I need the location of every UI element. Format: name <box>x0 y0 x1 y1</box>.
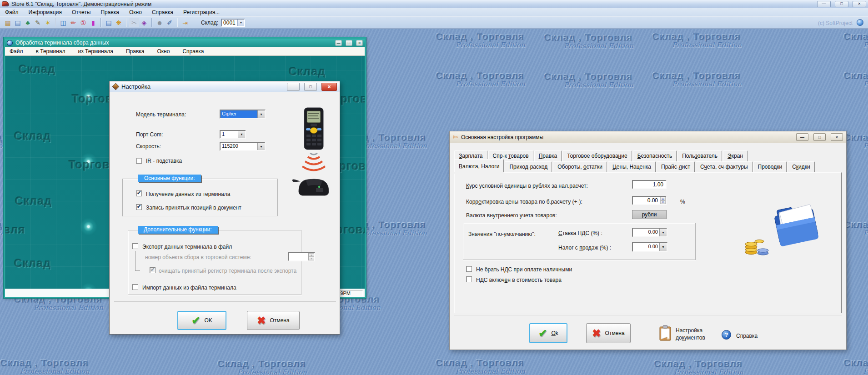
minimize-button[interactable]: — <box>817 1 831 7</box>
tab-edit[interactable]: Правка <box>534 150 562 161</box>
reference-icon[interactable]: ▦ <box>3 18 13 27</box>
tab-prices-markup[interactable]: Цены, Наценка <box>608 161 656 172</box>
spin-up-icon: ▲ <box>660 197 666 200</box>
minimize-button[interactable]: — <box>287 83 300 91</box>
help-icon[interactable]: ? <box>722 330 731 340</box>
terminal-model-select[interactable]: Cipher ▼ <box>220 110 266 119</box>
receive-data-checkbox[interactable] <box>136 190 142 196</box>
ok-button[interactable]: ✔ OK <box>177 311 226 330</box>
close-button[interactable]: × <box>321 83 337 91</box>
menu-information[interactable]: Информация <box>24 9 67 15</box>
menu-help[interactable]: Справка <box>178 48 209 55</box>
no-vat-cash-checkbox[interactable] <box>466 266 472 272</box>
menu-from-terminal[interactable]: из Терминала <box>73 48 118 55</box>
warehouse-label: Склад: <box>201 20 218 26</box>
maximize-button[interactable]: □ <box>835 1 848 7</box>
menu-window[interactable]: Окно <box>153 48 176 55</box>
chart-icon[interactable]: ✐ <box>165 18 175 27</box>
cancel-button[interactable]: ✖ Отмена <box>586 323 631 343</box>
maximize-button[interactable]: □ <box>304 83 317 91</box>
report-icon[interactable]: ▤ <box>104 18 114 27</box>
calendar-icon[interactable]: ① <box>78 18 88 27</box>
operations-icon[interactable]: ✎ <box>33 18 43 27</box>
report-new-icon[interactable]: ❋ <box>114 18 124 27</box>
tab-user[interactable]: Пользователь <box>677 150 722 161</box>
com-port-select[interactable]: 1 ▼ <box>220 130 246 139</box>
import-data-checkbox[interactable] <box>132 284 138 290</box>
tab-turnover-balances[interactable]: Обороты, остатки <box>553 161 607 172</box>
check-icon: ✔ <box>538 328 547 339</box>
chevron-down-icon[interactable]: ▼ <box>659 243 667 251</box>
clear-register-label: очищать принятый регистр терминала после… <box>159 268 296 274</box>
rate-input[interactable]: 1.00 <box>632 180 667 189</box>
close-button[interactable]: × <box>831 133 843 141</box>
vat-rate-select[interactable]: 0.00 ▼ <box>632 228 667 237</box>
tree-icon[interactable]: ♣ <box>23 18 33 27</box>
tab-currency-taxes[interactable]: Валюта, Налоги <box>454 159 504 172</box>
check-icon: ✔ <box>191 315 200 326</box>
menu-help[interactable]: Справка <box>147 9 178 15</box>
tab-discounts[interactable]: Скидки <box>788 161 815 172</box>
spinner-arrows[interactable]: ▲▼ <box>660 197 666 204</box>
watermark: Склад <box>14 257 51 270</box>
menu-edit[interactable]: Правка <box>121 48 150 55</box>
document-settings-button[interactable]: Настройкадокументов <box>676 327 705 341</box>
menu-file[interactable]: Файл <box>5 48 29 55</box>
cut-icon[interactable]: ✂ <box>129 18 139 27</box>
chevron-down-icon[interactable]: ▼ <box>659 229 667 236</box>
com-port-label: Порт Com: <box>136 131 163 138</box>
terminal-icon[interactable]: ◫ <box>58 18 68 27</box>
chevron-down-icon[interactable]: ▼ <box>238 131 245 138</box>
menu-edit[interactable]: Правка <box>95 9 124 15</box>
wizard-icon[interactable]: ✶ <box>43 18 53 27</box>
menu-reports[interactable]: Отчеты <box>67 9 95 15</box>
clear-register-checkbox[interactable] <box>150 267 156 273</box>
settings-dialog-icon <box>112 83 120 90</box>
chevron-down-icon[interactable]: ▼ <box>257 143 265 150</box>
adjustment-input[interactable]: 0.00 ▲▼ <box>632 196 667 205</box>
tab-invoices[interactable]: Счета, сч-фактуры <box>696 161 753 172</box>
warehouse-combo[interactable]: 0001 ▼ <box>221 19 245 27</box>
tab-security[interactable]: Безопасность <box>633 150 677 161</box>
menu-registration[interactable]: Регистрация... <box>178 9 225 15</box>
user-icon[interactable]: ☻ <box>155 18 165 27</box>
minimize-button[interactable]: — <box>335 40 342 46</box>
vat-included-checkbox[interactable] <box>466 276 472 282</box>
eraser-icon[interactable]: ◈ <box>139 18 149 27</box>
menu-to-terminal[interactable]: в Терминал <box>31 48 71 55</box>
export-data-checkbox[interactable] <box>132 243 138 249</box>
menu-file[interactable]: Файл <box>0 9 24 15</box>
object-number-input[interactable]: ▲▼ <box>288 252 315 261</box>
spinner-arrows[interactable]: ▲▼ <box>308 253 314 260</box>
com-port-value: 1 <box>221 131 238 138</box>
cancel-button[interactable]: ✖ Отмена <box>247 311 300 330</box>
watermark: Торговля <box>4 223 25 236</box>
chevron-down-icon[interactable]: ▼ <box>257 110 265 118</box>
minimize-button[interactable]: — <box>796 133 808 141</box>
close-button[interactable]: × <box>356 40 363 46</box>
ir-cradle-checkbox[interactable] <box>136 158 142 164</box>
terminal-window-titlebar: Обработка терминала сбора данных — □ × <box>5 39 365 47</box>
documents-icon[interactable]: ▤ <box>13 18 23 27</box>
ok-button-label: OK <box>204 317 212 324</box>
exit-icon[interactable]: ⇥ <box>180 18 190 27</box>
sales-tax-select[interactable]: 0.00 ▼ <box>632 242 667 252</box>
speed-select[interactable]: 115200 ▼ <box>220 142 266 151</box>
notebook-icon[interactable]: ✏ <box>68 18 78 27</box>
maximize-button[interactable]: □ <box>346 40 352 46</box>
chevron-down-icon[interactable]: ▼ <box>237 20 244 26</box>
tab-postings[interactable]: Проводки <box>753 161 787 172</box>
currency-button[interactable]: рубли <box>632 210 667 219</box>
help-button[interactable]: Справка <box>736 333 758 339</box>
tab-income-expense[interactable]: Приход-расход <box>505 161 552 172</box>
menu-window[interactable]: Окно <box>124 9 147 15</box>
tab-price-list[interactable]: Прайс-лист <box>657 161 695 172</box>
close-button[interactable]: × <box>853 1 866 7</box>
maximize-button[interactable]: □ <box>813 133 826 141</box>
write-positions-checkbox[interactable] <box>136 204 142 210</box>
tab-trade-equipment[interactable]: Торговое оборудование <box>562 150 632 161</box>
speed-label: Скорость: <box>136 143 161 150</box>
book-icon[interactable]: ▮ <box>88 18 98 27</box>
tab-screen[interactable]: Экран <box>723 150 748 161</box>
ok-button[interactable]: ✔ Ok <box>529 323 567 343</box>
